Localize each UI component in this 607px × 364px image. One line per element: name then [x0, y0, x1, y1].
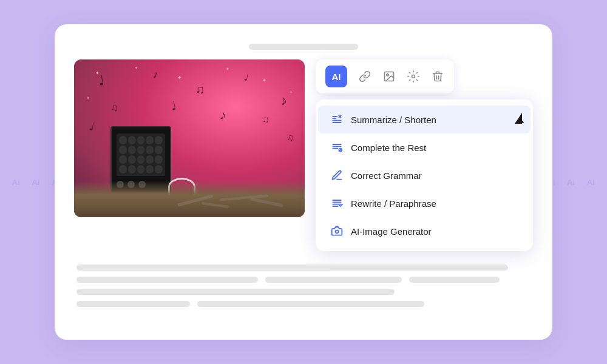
- settings-icon[interactable]: [407, 70, 420, 83]
- image-icon[interactable]: [382, 70, 396, 83]
- toolbar: AI: [316, 59, 454, 93]
- content-image: ✦ ✦ ✦ ✦ ✦ ✦ ✦ ♩ ♪ ♫ ♩ ♪ ♫ ♩ ♪ ♫ ♩ ♪ ♫: [74, 59, 305, 217]
- placeholder-line-2b: [265, 277, 401, 283]
- main-card: Ai Ai Ai Ai Ai Ai Ai Ai Ai Ai Ai Ai ✦ ✦: [55, 24, 552, 340]
- grammar-label: Correct Grammar: [351, 170, 422, 181]
- dropdown-menu: Summarize / Shorten: [316, 99, 533, 251]
- menu-item-grammar[interactable]: Correct Grammar: [318, 161, 531, 189]
- placeholder-line-3: [76, 289, 395, 295]
- complete-label: Complete the Rest: [351, 143, 426, 153]
- grammar-icon: [330, 169, 344, 182]
- placeholder-line-1: [76, 265, 508, 271]
- menu-item-image-gen[interactable]: AI-Image Generator: [318, 217, 531, 245]
- image-gen-label: AI-Image Generator: [351, 226, 432, 237]
- placeholder-line-2a: [76, 277, 258, 283]
- image-gen-icon: [330, 224, 344, 238]
- summarize-icon: [330, 113, 344, 126]
- complete-icon: [330, 141, 344, 154]
- right-panel: AI: [316, 59, 533, 251]
- svg-point-2: [412, 75, 415, 78]
- link-icon[interactable]: [358, 70, 371, 83]
- menu-item-rewrite[interactable]: Rewrite / Paraphrase: [318, 189, 531, 217]
- menu-item-summarize[interactable]: Summarize / Shorten: [318, 106, 531, 133]
- svg-point-1: [387, 74, 388, 76]
- summarize-label: Summarize / Shorten: [351, 115, 436, 125]
- svg-point-14: [333, 175, 335, 177]
- rewrite-label: Rewrite / Paraphrase: [351, 198, 436, 209]
- menu-item-complete[interactable]: Complete the Rest: [318, 133, 531, 161]
- svg-point-19: [336, 230, 339, 233]
- placeholder-line-4b: [197, 301, 424, 307]
- ai-button[interactable]: AI: [325, 66, 347, 87]
- placeholder-line-4a: [76, 301, 190, 307]
- trash-icon[interactable]: [431, 70, 444, 83]
- top-placeholder-bar: [249, 44, 358, 50]
- rewrite-icon: [330, 197, 344, 210]
- placeholder-line-2c: [409, 277, 500, 283]
